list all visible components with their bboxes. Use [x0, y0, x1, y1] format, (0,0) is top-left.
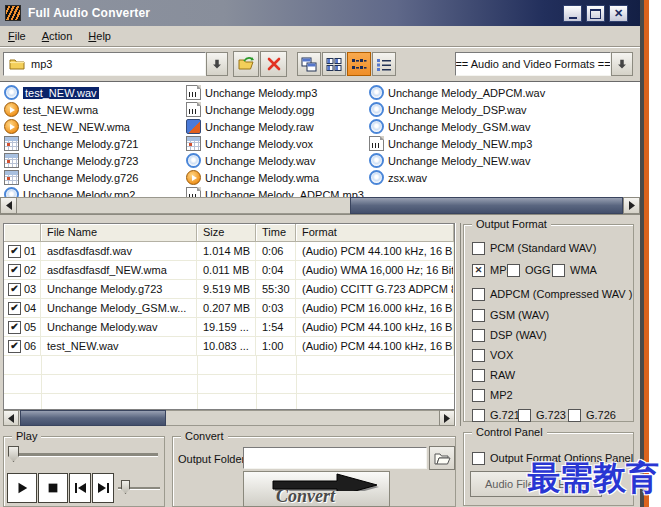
checkbox-label[interactable]: GSM (WAV)	[490, 309, 549, 321]
convert-button[interactable]: Convert	[243, 471, 390, 507]
list-item[interactable]: Unchange Melody.g726	[4, 169, 182, 186]
g721-checkbox[interactable]	[472, 409, 485, 422]
list-item[interactable]: zsx.wav	[369, 169, 629, 186]
output-folder-input[interactable]	[243, 447, 427, 469]
checkbox-label[interactable]: PCM (Standard WAV)	[490, 242, 596, 254]
close-button[interactable]	[609, 5, 628, 22]
details-view-button[interactable]	[372, 52, 396, 76]
list-item[interactable]: Unchange Melody_DSP.wav	[369, 101, 629, 118]
folder-dropdown-button[interactable]	[206, 52, 228, 76]
checkbox-label[interactable]: MP2	[490, 389, 513, 401]
list-item[interactable]: Unchange Melody_ADPCM.wav	[369, 84, 629, 101]
checkbox-label[interactable]: G.726	[586, 409, 616, 421]
list-item[interactable]: Unchange Melody.mp3	[186, 84, 364, 101]
checkbox-label[interactable]: DSP (WAV)	[490, 329, 547, 341]
row-checkbox[interactable]	[8, 302, 21, 315]
list-item[interactable]: Unchange Melody.raw	[186, 118, 364, 135]
list-item[interactable]: Unchange Melody.wav	[186, 152, 364, 169]
next-icon	[97, 482, 110, 494]
row-checkbox[interactable]	[8, 283, 21, 296]
scroll-left-button[interactable]	[0, 197, 17, 214]
ogg-checkbox[interactable]	[507, 264, 520, 277]
list-item[interactable]: Unchange Melody.g721	[4, 135, 182, 152]
maximize-button[interactable]	[586, 5, 605, 22]
cell-format: (Audio) WMA 16,000 Hz; 16 Bit; St	[296, 261, 454, 279]
format-filter-combo[interactable]: == Audio and Video Formats ==	[455, 52, 611, 76]
menu-help[interactable]: Help	[80, 28, 119, 44]
list-item[interactable]: Unchange Melody_NEW.wav	[369, 152, 629, 169]
pcm-checkbox[interactable]	[472, 242, 485, 255]
header-format[interactable]: Format	[296, 224, 454, 242]
list-item[interactable]: test_NEW_NEW.wma	[4, 118, 182, 135]
list-item[interactable]: Unchange Melody_NEW.mp3	[369, 135, 629, 152]
delete-button[interactable]	[260, 51, 287, 77]
options-panel-checkbox[interactable]	[472, 452, 485, 465]
g723-checkbox[interactable]	[518, 409, 531, 422]
large-icons-view-button[interactable]	[297, 52, 321, 76]
scroll-left-button[interactable]	[3, 410, 19, 426]
header-time[interactable]: Time	[256, 224, 296, 242]
raw-checkbox[interactable]	[472, 369, 485, 382]
doc-wave-file-icon	[369, 136, 384, 151]
checkbox-label[interactable]: G.723	[536, 409, 566, 421]
table-row[interactable]: 02 asdfasdfasdf_NEW.wma 0.011 MB 0:04 (A…	[4, 261, 454, 280]
format-filter-dropdown-button[interactable]	[611, 52, 633, 76]
mp2-checkbox[interactable]	[472, 389, 485, 402]
gsm-checkbox[interactable]	[472, 309, 485, 322]
panel-splitter[interactable]	[455, 223, 461, 426]
row-checkbox[interactable]	[8, 340, 21, 353]
table-row[interactable]: 03 Unchange Melody.g723 9.519 MB 55:30 (…	[4, 280, 454, 299]
browser-scroll-thumb[interactable]	[350, 197, 623, 214]
checkbox-label[interactable]: ADPCM (Compressed WAV )	[490, 288, 632, 300]
mp3-checkbox[interactable]	[472, 264, 485, 277]
g726-checkbox[interactable]	[568, 409, 581, 422]
folder-path-combo[interactable]: mp3	[3, 52, 206, 76]
scroll-right-button[interactable]	[439, 410, 455, 426]
down-arrow-icon	[615, 57, 629, 71]
table-row[interactable]: 06 test_NEW.wav 10.083 ... 1:00 (Audio) …	[4, 337, 454, 356]
list-item[interactable]: Unchange Melody.wma	[186, 169, 364, 186]
cell-time: 1:00	[256, 337, 296, 355]
checkbox-label[interactable]: WMA	[570, 264, 597, 276]
vox-checkbox[interactable]	[472, 349, 485, 362]
list-item[interactable]: test_NEW.wav	[4, 84, 182, 101]
checkbox-label[interactable]: G.721	[490, 409, 520, 421]
list-item[interactable]: Unchange Melody.ogg	[186, 101, 364, 118]
header-file-name[interactable]: File Name	[41, 224, 197, 242]
checkbox-label[interactable]: RAW	[490, 369, 515, 381]
list-item[interactable]: test_NEW.wma	[4, 101, 182, 118]
row-checkbox[interactable]	[8, 321, 21, 334]
left-arrow-icon	[7, 414, 15, 423]
list-view-button[interactable]	[347, 52, 371, 76]
menu-action[interactable]: Action	[34, 28, 81, 44]
small-icons-view-button[interactable]	[322, 52, 346, 76]
menu-file[interactable]: File	[0, 28, 34, 44]
checkbox-label[interactable]: OGG	[525, 264, 551, 276]
wma-checkbox[interactable]	[552, 264, 565, 277]
list-item[interactable]: Unchange Melody.vox	[186, 135, 364, 152]
open-folder-button[interactable]	[233, 51, 259, 77]
seek-slider[interactable]	[10, 453, 158, 457]
table-scroll-thumb[interactable]	[20, 410, 166, 426]
play-button[interactable]	[7, 473, 37, 503]
stop-button[interactable]	[38, 473, 68, 503]
dsp-checkbox[interactable]	[472, 329, 485, 342]
cell-size: 10.083 ...	[197, 337, 256, 355]
adpcm-checkbox[interactable]	[472, 288, 485, 301]
table-row[interactable]: 04 Unchange Melody_GSM.w... 0.207 MB 0:0…	[4, 299, 454, 318]
row-number: 05	[24, 318, 36, 336]
scroll-right-button[interactable]	[623, 197, 640, 214]
browse-folder-button[interactable]	[429, 446, 455, 470]
row-checkbox[interactable]	[8, 264, 21, 277]
header-size[interactable]: Size	[197, 224, 256, 242]
checkbox-label[interactable]: VOX	[490, 349, 513, 361]
table-row[interactable]: 05 Unchange Melody.wav 19.159 ... 1:54 (…	[4, 318, 454, 337]
row-number: 06	[24, 337, 36, 355]
table-row[interactable]: 01 asdfasdfasdf.wav 1.014 MB 0:06 (Audio…	[4, 242, 454, 261]
row-checkbox[interactable]	[8, 245, 21, 258]
previous-button[interactable]	[69, 473, 91, 503]
minimize-button[interactable]	[563, 5, 582, 22]
list-item[interactable]: Unchange Melody.g723	[4, 152, 182, 169]
next-button[interactable]	[92, 473, 114, 503]
list-item[interactable]: Unchange Melody_GSM.wav	[369, 118, 629, 135]
